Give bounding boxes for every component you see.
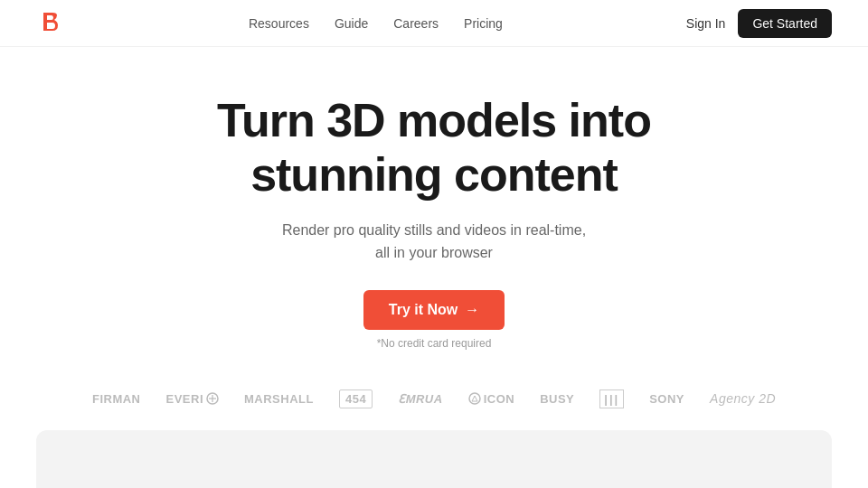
- svg-marker-5: [472, 396, 477, 401]
- hero-section: Turn 3D models into stunning content Ren…: [0, 47, 868, 382]
- logo-firman: FIRMAN: [92, 392, 141, 406]
- logo-bars: |||: [599, 389, 624, 408]
- logo-emrua: ɛmrua: [398, 392, 443, 406]
- arrow-icon: →: [465, 302, 479, 318]
- navbar: Resources Guide Careers Pricing Sign In …: [0, 0, 868, 47]
- logo-busy: BUSY: [540, 392, 574, 406]
- nav-links: Resources Guide Careers Pricing: [249, 16, 503, 31]
- nav-link-guide[interactable]: Guide: [335, 16, 368, 31]
- try-now-button[interactable]: Try it Now →: [363, 290, 505, 330]
- no-credit-card-text: *No credit card required: [377, 337, 492, 350]
- nav-link-resources[interactable]: Resources: [249, 16, 309, 31]
- hero-title: Turn 3D models into stunning content: [217, 94, 651, 202]
- hero-cta: Try it Now → *No credit card required: [363, 290, 505, 350]
- try-now-label: Try it Now: [389, 302, 458, 318]
- get-started-button[interactable]: Get Started: [738, 9, 832, 38]
- hero-subtitle: Render pro quality stills and videos in …: [282, 219, 586, 265]
- nav-actions: Sign In Get Started: [686, 9, 832, 38]
- sign-in-button[interactable]: Sign In: [686, 16, 726, 31]
- nav-link-pricing[interactable]: Pricing: [464, 16, 503, 31]
- logo-agency2d: Agency 2D: [710, 391, 776, 406]
- logo-454: 454: [339, 389, 373, 408]
- logos-row: FIRMAN EVERI Marshall 454 ɛmrua ICON BUS…: [0, 382, 868, 430]
- logo[interactable]: [36, 9, 65, 38]
- logo-marshall: Marshall: [244, 392, 314, 406]
- logo-everi: EVERI: [166, 392, 220, 406]
- nav-link-careers[interactable]: Careers: [393, 16, 439, 31]
- preview-area: [36, 430, 832, 488]
- logo-sony: SONY: [649, 392, 684, 406]
- logo-icon: ICON: [468, 392, 515, 406]
- svg-point-4: [469, 393, 480, 404]
